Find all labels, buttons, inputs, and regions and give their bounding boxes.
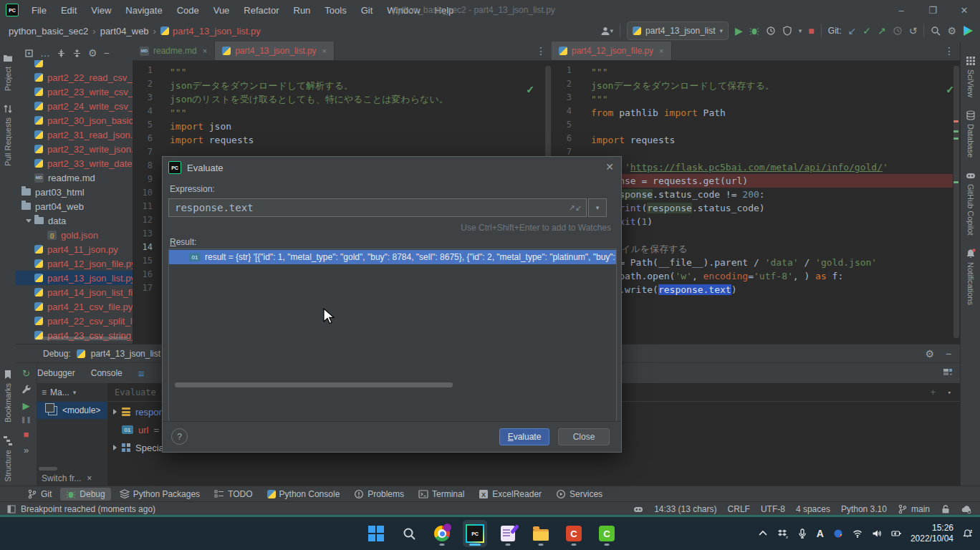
locate-icon[interactable] bbox=[24, 49, 34, 58]
evaluate-button[interactable]: Evaluate bbox=[499, 428, 549, 445]
tree-item-part4_22_csv_split_lines[interactable]: part4_22_csv_split_lines bbox=[16, 314, 133, 328]
frames-hscrollbar[interactable] bbox=[39, 467, 57, 471]
taskbar-start[interactable] bbox=[364, 520, 388, 547]
toolwindow-python-console[interactable]: Python Console bbox=[261, 488, 346, 501]
tab-part4_12_json_file.py[interactable]: part4_12_json_file.py× bbox=[552, 42, 672, 60]
tab-readme.md[interactable]: MDreadme.md× bbox=[133, 42, 215, 60]
tree-item-part2_30_json_basic.py[interactable]: part2_30_json_basic.py bbox=[16, 113, 133, 127]
frame-module[interactable]: <module> bbox=[37, 402, 107, 419]
project-tree[interactable]: part2_22_read_csv_dict.part2_23_write_cs… bbox=[16, 60, 133, 344]
git-update-button[interactable]: ↙ bbox=[848, 26, 857, 36]
breadcrumb-item[interactable]: part04_web bbox=[100, 26, 149, 37]
toolwindow-debug[interactable]: Debug bbox=[60, 488, 110, 501]
chevron-down-icon[interactable] bbox=[26, 219, 32, 223]
menu-tools[interactable]: Tools bbox=[319, 3, 352, 18]
debug-tab-debugger[interactable]: Debugger bbox=[37, 368, 75, 378]
run-button[interactable]: ▶ bbox=[735, 26, 743, 36]
sidebar-item-bookmarks[interactable]: Bookmarks bbox=[0, 370, 16, 423]
tree-item-part4_11_json.py[interactable]: part4_11_json.py bbox=[16, 242, 133, 256]
close-icon[interactable]: × bbox=[659, 47, 663, 55]
sidebar-item-database[interactable]: Database bbox=[961, 110, 980, 158]
taskbar-chrome[interactable] bbox=[430, 520, 454, 547]
layout-settings-icon[interactable] bbox=[943, 367, 953, 377]
settings-button[interactable]: ⚙ bbox=[947, 26, 956, 36]
debug-session-tab[interactable]: part4_13_json_list bbox=[91, 349, 160, 359]
chevron-up-icon[interactable] bbox=[758, 529, 768, 539]
resume-button[interactable]: ▶ bbox=[23, 401, 30, 410]
help-button[interactable]: ? bbox=[171, 428, 188, 445]
toolwindow-terminal[interactable]: Terminal bbox=[413, 488, 470, 501]
tree-item-part2_33_write_datetime[interactable]: part2_33_write_datetime bbox=[16, 156, 133, 170]
git-commit-button[interactable]: ✓ bbox=[863, 26, 871, 36]
git-push-button[interactable]: ↗ bbox=[878, 26, 886, 36]
menu-code[interactable]: Code bbox=[171, 3, 205, 18]
chevron-right-icon[interactable] bbox=[113, 409, 117, 415]
dialog-close-icon[interactable]: ✕ bbox=[605, 161, 614, 173]
breadcrumb-item-current[interactable]: part4_13_json_list.py bbox=[160, 26, 261, 37]
profiler-button-icon[interactable] bbox=[766, 26, 776, 36]
pause-button[interactable]: ❚❚ bbox=[21, 417, 32, 423]
minimize-button[interactable]: – bbox=[885, 0, 917, 20]
settings-wrench-icon[interactable] bbox=[21, 385, 32, 395]
tree-item-part4_23_csv_string_io.p[interactable]: part4_23_csv_string_io.p bbox=[16, 328, 133, 342]
coverage-button-icon[interactable] bbox=[782, 26, 792, 36]
status-item-utf-8[interactable]: UTF-8 bbox=[761, 504, 785, 514]
tree-item-part04_web[interactable]: part04_web bbox=[16, 199, 133, 213]
add-watch-icon[interactable]: + bbox=[931, 387, 936, 397]
menu-file[interactable]: File bbox=[26, 3, 52, 18]
wifi-icon[interactable] bbox=[852, 529, 863, 539]
status-item[interactable] bbox=[941, 504, 951, 514]
tree-item-data[interactable]: data bbox=[16, 213, 133, 228]
restore-button[interactable]: ❐ bbox=[917, 0, 948, 20]
debug-tab-console[interactable]: Console bbox=[91, 368, 123, 378]
more-button[interactable]: » bbox=[24, 445, 29, 455]
notification-bell-icon[interactable]: z bbox=[963, 529, 973, 539]
sidebar-item-github-copilot[interactable]: GitHub Copilot bbox=[961, 170, 980, 236]
gear-icon[interactable]: ⚙ bbox=[925, 349, 934, 359]
status-item[interactable] bbox=[633, 504, 643, 514]
search-everywhere-icon[interactable] bbox=[931, 26, 941, 36]
sidebar-item-project[interactable]: Project bbox=[0, 53, 16, 91]
hide-icon[interactable]: − bbox=[946, 349, 951, 359]
menu-edit[interactable]: Edit bbox=[55, 3, 82, 18]
menu-view[interactable]: View bbox=[85, 3, 117, 18]
taskbar-pycharm[interactable]: PC bbox=[463, 520, 487, 547]
volume-icon[interactable] bbox=[872, 529, 882, 539]
toolwindow-problems[interactable]: Problems bbox=[348, 488, 410, 501]
expression-history-dropdown[interactable]: ▾ bbox=[588, 198, 607, 217]
taskbar-clock[interactable]: 15:262022/10/04 bbox=[911, 523, 953, 544]
close-button[interactable]: ✕ bbox=[948, 0, 980, 20]
tree-item-part2_31_read_json.py[interactable]: part2_31_read_json.py bbox=[16, 127, 133, 142]
history-button-icon[interactable] bbox=[893, 26, 903, 36]
stop-button[interactable]: ■ bbox=[24, 430, 29, 439]
tree-item[interactable] bbox=[16, 60, 133, 70]
menu-run[interactable]: Run bbox=[288, 3, 317, 18]
more-icon[interactable]: … bbox=[40, 48, 50, 58]
sidebar-item-sciview[interactable]: SciView bbox=[961, 56, 980, 97]
close-icon[interactable]: × bbox=[203, 47, 207, 55]
taskbar-search[interactable] bbox=[397, 520, 421, 547]
toolwindow-excelreader[interactable]: XExcelReader bbox=[473, 488, 547, 501]
collapse-all-icon[interactable] bbox=[72, 49, 82, 58]
user-icon[interactable]: ▾ bbox=[600, 26, 614, 36]
tree-item-part2_23_write_csv_list.p[interactable]: part2_23_write_csv_list.p bbox=[16, 85, 133, 99]
sidebar-item-pull-requests[interactable]: Pull Requests bbox=[0, 104, 16, 166]
close-icon[interactable]: × bbox=[87, 473, 92, 483]
toolwindow-todo[interactable]: TODO bbox=[208, 488, 258, 501]
close-button[interactable]: Close bbox=[558, 428, 610, 445]
dropbox-icon[interactable]: z bbox=[777, 529, 788, 539]
tree-item-part2_32_write_json.py[interactable]: part2_32_write_json.py bbox=[16, 142, 133, 156]
status-item-crlf[interactable]: CRLF bbox=[728, 504, 750, 514]
taskbar-explorer[interactable] bbox=[529, 520, 553, 547]
rerun-button[interactable]: ↻ bbox=[22, 369, 30, 378]
menu-navigate[interactable]: Navigate bbox=[120, 3, 168, 18]
menu-git[interactable]: Git bbox=[355, 3, 379, 18]
run-configuration-selector[interactable]: part4_13_json_list▾ bbox=[627, 21, 729, 40]
taskbar-capture[interactable]: C bbox=[595, 520, 619, 547]
battery-icon[interactable] bbox=[891, 529, 901, 539]
taskbar-notepad[interactable] bbox=[496, 520, 520, 547]
project-hscrollbar[interactable] bbox=[34, 337, 128, 340]
tree-item-part4_13_json_list.py[interactable]: part4_13_json_list.py bbox=[16, 271, 133, 285]
tree-item-gold.json[interactable]: {}gold.json bbox=[16, 228, 133, 242]
ime-mode-indicator[interactable]: A bbox=[817, 528, 824, 539]
